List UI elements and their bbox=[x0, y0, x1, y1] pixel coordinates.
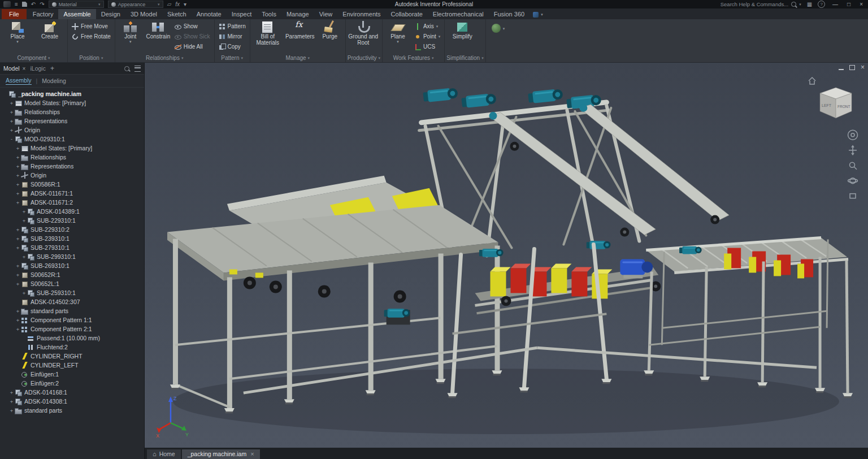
tab-file[interactable]: File bbox=[2, 9, 27, 19]
purge-button[interactable]: Purge bbox=[316, 20, 344, 40]
tree-item[interactable]: ADSK-014502:307 bbox=[0, 297, 144, 306]
axis-button[interactable]: Axis bbox=[412, 21, 442, 31]
plane-button[interactable]: Plane ▾ bbox=[384, 20, 411, 44]
tab-fusion-360[interactable]: Fusion 360 bbox=[489, 9, 530, 19]
joint-button[interactable]: Joint ▾ bbox=[117, 20, 144, 44]
place-button[interactable]: Place ▾ bbox=[2, 20, 33, 44]
document-tab[interactable]: _packing machine.iam× bbox=[182, 449, 260, 459]
tree-item[interactable]: +Representations bbox=[0, 116, 144, 125]
tree-item[interactable]: -MOD-029310:1 bbox=[0, 135, 144, 144]
doc-close-icon[interactable]: × bbox=[861, 64, 865, 70]
expander-icon[interactable]: + bbox=[21, 218, 27, 223]
chevron-down-icon[interactable]: ▾ bbox=[503, 27, 505, 31]
tree-item[interactable]: +Origin bbox=[0, 125, 144, 135]
tree-item[interactable]: +Representations bbox=[0, 162, 144, 171]
pattern-button[interactable]: Pattern bbox=[216, 21, 248, 31]
close-button[interactable]: × bbox=[858, 1, 865, 7]
tree-item[interactable]: CYLINDER_LEFT bbox=[0, 361, 144, 370]
mirror-button[interactable]: Mirror bbox=[216, 32, 248, 41]
expander-icon[interactable]: + bbox=[8, 100, 15, 106]
close-icon[interactable]: × bbox=[250, 451, 254, 457]
tree-item[interactable]: +ADSK-014168:1 bbox=[0, 388, 144, 397]
tree-item[interactable]: +SUB-269310:1 bbox=[0, 261, 144, 270]
tree-item[interactable]: +Model States: [Primary] bbox=[0, 144, 144, 153]
bill-of-materials-button[interactable]: Bill of Materials bbox=[252, 20, 284, 46]
expander-icon[interactable]: + bbox=[15, 163, 21, 169]
expander-icon[interactable]: + bbox=[15, 190, 21, 196]
app-menu-icon[interactable]: ≡ bbox=[15, 2, 18, 7]
doc-restore-icon[interactable] bbox=[849, 65, 855, 70]
save-icon[interactable] bbox=[22, 2, 27, 7]
viewcube-left-label[interactable]: LEFT bbox=[822, 103, 832, 107]
expander-icon[interactable]: + bbox=[8, 109, 15, 115]
ground-and-root-button[interactable]: Ground and Root bbox=[348, 20, 379, 46]
hide-all-button[interactable]: Hide All bbox=[172, 42, 212, 51]
point-button[interactable]: Point bbox=[412, 32, 442, 41]
tree-item[interactable]: +S00586R:1 bbox=[0, 180, 144, 189]
document-tab[interactable]: ⌂Home bbox=[147, 449, 181, 459]
maximize-button[interactable]: □ bbox=[845, 1, 852, 7]
viewcube-front-label[interactable]: FRONT bbox=[837, 105, 850, 109]
manage-panel-label[interactable]: Manage bbox=[252, 54, 344, 62]
tree-item[interactable]: +S00652L:1 bbox=[0, 279, 144, 288]
tab-assemble[interactable]: Assemble bbox=[58, 9, 96, 19]
tree-item[interactable]: +SUB-229310:2 bbox=[0, 225, 144, 234]
tree-item[interactable]: +SUB-299310:1 bbox=[0, 252, 144, 261]
expander-icon[interactable]: + bbox=[15, 263, 21, 269]
tree-item[interactable]: +SUB-229310:1 bbox=[0, 216, 144, 225]
tree-item[interactable]: +Model States: [Primary] bbox=[0, 98, 144, 107]
tree-item[interactable]: +Relationships bbox=[0, 107, 144, 116]
create-button[interactable]: Create bbox=[34, 20, 66, 40]
simplify-button[interactable]: Simplify bbox=[446, 20, 478, 40]
appearance-dropdown[interactable]: Appearance ▾ bbox=[108, 1, 163, 8]
pattern-panel-label[interactable]: Pattern bbox=[216, 54, 248, 62]
show-button[interactable]: Show bbox=[172, 21, 212, 31]
component-panel-label[interactable]: Component bbox=[2, 54, 66, 62]
tab-sketch[interactable]: Sketch bbox=[162, 9, 192, 19]
free-move-button[interactable]: Free Move bbox=[70, 21, 113, 31]
tree-item[interactable]: +standard parts bbox=[0, 406, 144, 415]
tree-item[interactable]: +ADSK-011671:2 bbox=[0, 198, 144, 207]
tree-item[interactable]: +standard parts bbox=[0, 306, 144, 315]
tree-item[interactable]: +SUB-259310:1 bbox=[0, 288, 144, 297]
work-features-panel-label[interactable]: Work Features bbox=[384, 54, 442, 62]
expander-icon[interactable]: + bbox=[15, 281, 21, 287]
tab-inspect[interactable]: Inspect bbox=[227, 9, 257, 19]
chevron-down-icon[interactable]: ▾ bbox=[184, 2, 186, 7]
tab-annotate[interactable]: Annotate bbox=[192, 9, 227, 19]
measure-icon[interactable]: ▱ bbox=[167, 2, 172, 7]
undo-icon[interactable]: ↶ bbox=[31, 2, 36, 7]
expander-icon[interactable]: + bbox=[15, 245, 21, 250]
expander-icon[interactable]: + bbox=[8, 118, 15, 124]
expander-icon[interactable]: + bbox=[15, 200, 21, 205]
expander-icon[interactable]: + bbox=[15, 181, 21, 187]
tree-item[interactable]: +Relationships bbox=[0, 153, 144, 162]
tab-ilogic[interactable]: iLogic bbox=[30, 65, 45, 72]
expander-icon[interactable]: + bbox=[8, 399, 15, 404]
relationships-panel-label[interactable]: Relationships bbox=[117, 54, 212, 62]
subtab-modeling[interactable]: Modeling bbox=[42, 77, 66, 84]
close-icon[interactable]: × bbox=[23, 66, 26, 72]
tree-item[interactable]: Passend:1 (10.000 mm) bbox=[0, 334, 144, 343]
expander-icon[interactable]: + bbox=[8, 389, 15, 395]
redo-icon[interactable]: ↷ bbox=[40, 2, 44, 7]
expander-icon[interactable]: + bbox=[15, 154, 21, 160]
copy-button[interactable]: Copy bbox=[216, 42, 248, 51]
tab-manage[interactable]: Manage bbox=[281, 9, 314, 19]
tree-item[interactable]: CYLINDER_RIGHT bbox=[0, 352, 144, 361]
constrain-button[interactable]: Constrain bbox=[145, 20, 172, 40]
chevron-down-icon[interactable]: ▾ bbox=[541, 12, 543, 17]
tab-electromechanical[interactable]: Electromechanical bbox=[428, 9, 489, 19]
tree-item[interactable]: +ADSK-011671:1 bbox=[0, 189, 144, 198]
browser-menu-icon[interactable] bbox=[134, 66, 141, 72]
parameters-fx-icon[interactable]: fx bbox=[175, 2, 180, 7]
expander-icon[interactable]: + bbox=[15, 326, 21, 332]
parameters-button[interactable]: Parameters bbox=[284, 20, 316, 40]
expander-icon[interactable]: + bbox=[15, 145, 21, 151]
tab-design[interactable]: Design bbox=[96, 9, 125, 19]
store-icon[interactable]: ▦ bbox=[807, 2, 812, 7]
minimize-button[interactable]: — bbox=[831, 1, 840, 7]
subtab-assembly[interactable]: Assembly bbox=[6, 77, 32, 85]
help-icon[interactable]: ? bbox=[818, 1, 825, 8]
tab-factory[interactable]: Factory bbox=[28, 9, 59, 19]
